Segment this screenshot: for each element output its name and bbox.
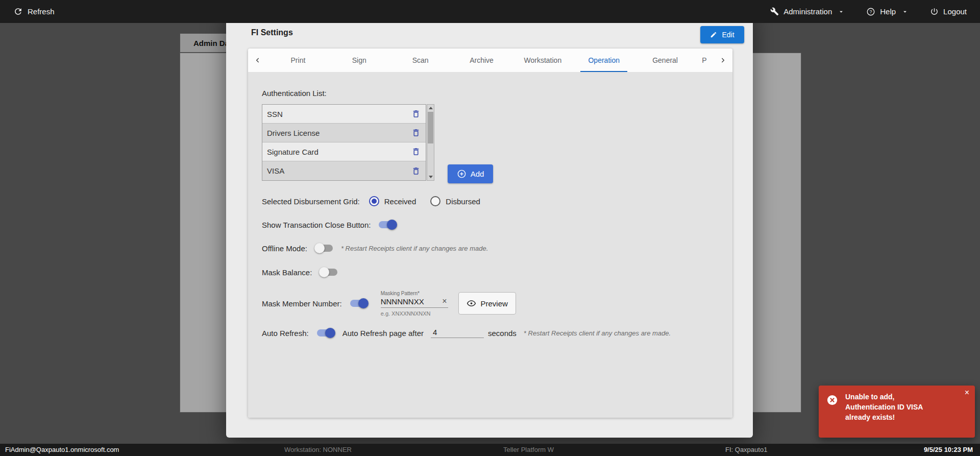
auth-item-label: Signature Card (267, 148, 318, 156)
tab-sign[interactable]: Sign (329, 49, 390, 72)
auto-refresh-toggle[interactable] (316, 328, 335, 338)
error-toast: Unable to add, Authentication ID VISA al… (819, 386, 975, 438)
fi-settings-dialog: FI Settings Edit Print Sign Scan Archive… (226, 8, 753, 438)
status-timestamp: 9/5/25 10:23 PM (924, 446, 973, 453)
chevron-down-icon (901, 8, 909, 15)
power-icon (930, 7, 939, 16)
delete-auth-item-button[interactable] (409, 145, 423, 158)
mask-member-toggle[interactable] (349, 298, 369, 308)
administration-label: Administration (783, 7, 832, 16)
edit-button[interactable]: Edit (700, 26, 744, 43)
tabs-scroll-left-button[interactable] (248, 49, 267, 72)
toast-line: Authentication ID VISA (845, 402, 923, 413)
status-fi: FI: Qaxpauto1 (725, 446, 767, 453)
top-bar-right: Administration ? Help Logout (770, 7, 967, 16)
error-circle-icon (826, 394, 838, 406)
pencil-icon (710, 31, 717, 38)
offline-mode-label: Offline Mode: (262, 244, 307, 253)
refresh-button[interactable]: Refresh (13, 7, 55, 16)
masking-pattern-label: Masking Pattern* (381, 291, 448, 296)
add-button[interactable]: Add (448, 164, 493, 183)
list-item[interactable]: Signature Card (262, 142, 426, 161)
mask-balance-row: Mask Balance: (262, 265, 338, 280)
eye-icon (467, 299, 476, 308)
received-radio[interactable] (369, 196, 379, 206)
delete-auth-item-button[interactable] (409, 126, 423, 139)
authentication-list-label: Authentication List: (262, 89, 327, 98)
scroll-up-button[interactable] (427, 105, 434, 111)
preview-label: Preview (481, 299, 508, 308)
tabs: Print Sign Scan Archive Workstation Oper… (267, 49, 713, 72)
disbursement-row: Selected Disbursement Grid: Received Dis… (262, 194, 480, 209)
close-icon[interactable]: × (965, 388, 969, 397)
settings-tabstrip: Print Sign Scan Archive Workstation Oper… (248, 49, 732, 73)
plus-circle-icon (457, 169, 467, 179)
list-item[interactable]: Drivers License (262, 124, 426, 142)
auto-refresh-seconds-input[interactable] (431, 328, 484, 338)
auth-item-label: SSN (267, 110, 283, 118)
tools-icon (770, 7, 779, 16)
mask-balance-toggle[interactable] (319, 267, 338, 277)
delete-auth-item-button[interactable] (409, 107, 423, 121)
help-label: Help (880, 7, 896, 16)
tab-print[interactable]: Print (267, 49, 329, 72)
refresh-icon (13, 7, 23, 16)
tab-operation[interactable]: Operation (573, 49, 634, 72)
status-workstation: Workstation: NONNER (284, 446, 352, 453)
tab-scan[interactable]: Scan (390, 49, 451, 72)
auth-item-label: VISA (267, 166, 284, 175)
help-icon: ? (866, 7, 875, 16)
settings-card: Print Sign Scan Archive Workstation Oper… (248, 49, 732, 418)
list-scrollbar[interactable] (427, 104, 434, 181)
refresh-label: Refresh (28, 7, 55, 16)
tab-overflow[interactable]: P (696, 49, 713, 72)
toast-message: Unable to add, Authentication ID VISA al… (845, 392, 923, 423)
show-close-toggle[interactable] (378, 220, 397, 230)
dialog-title: FI Settings (251, 28, 293, 37)
logout-button[interactable]: Logout (930, 7, 967, 16)
preview-button[interactable]: Preview (458, 292, 516, 315)
disbursed-label: Disbursed (446, 197, 480, 206)
auto-refresh-prefix: Auto Refresh page after (342, 329, 424, 338)
operation-tab-content: Authentication List: SSN Drivers License… (248, 73, 732, 418)
auto-refresh-label: Auto Refresh: (262, 329, 309, 338)
show-close-row: Show Transaction Close Button: (262, 217, 397, 232)
offline-mode-toggle[interactable] (314, 243, 334, 253)
scrollbar-thumb[interactable] (428, 112, 433, 143)
list-item[interactable]: SSN (262, 105, 426, 124)
status-bar: FiAdmin@Qaxpauto1.onmicrosoft.com Workst… (0, 444, 980, 456)
administration-menu[interactable]: Administration (770, 7, 845, 16)
mask-balance-label: Mask Balance: (262, 268, 312, 277)
authentication-list: SSN Drivers License Signature Card (262, 104, 426, 181)
tab-general[interactable]: General (634, 49, 696, 72)
offline-mode-row: Offline Mode: * Restart Receipts client … (262, 241, 488, 256)
help-menu[interactable]: ? Help (866, 7, 909, 16)
edit-label: Edit (722, 31, 734, 39)
clear-icon[interactable]: × (441, 297, 448, 305)
disbursement-label: Selected Disbursement Grid: (262, 197, 360, 206)
restart-note: * Restart Receipts client if any changes… (341, 245, 488, 252)
auth-item-label: Drivers License (267, 129, 320, 137)
disbursed-radio[interactable] (430, 196, 440, 206)
tab-workstation[interactable]: Workstation (512, 49, 573, 72)
delete-auth-item-button[interactable] (409, 164, 423, 178)
masking-pattern-input[interactable] (381, 297, 432, 306)
scroll-down-button[interactable] (427, 174, 434, 180)
masking-pattern-hint: e.g. XNXXNNXNXN (381, 310, 448, 317)
svg-text:?: ? (870, 9, 872, 14)
show-close-label: Show Transaction Close Button: (262, 221, 371, 229)
toast-line: already exists! (845, 413, 923, 423)
auto-refresh-row: Auto Refresh: Auto Refresh page after se… (262, 325, 671, 341)
received-label: Received (384, 197, 416, 206)
restart-note: * Restart Receipts client if any changes… (524, 329, 671, 337)
tabs-scroll-right-button[interactable] (713, 49, 732, 72)
top-bar: Refresh Administration ? Help Logout (0, 0, 980, 23)
logout-label: Logout (943, 7, 967, 16)
add-label: Add (471, 170, 484, 178)
list-item[interactable]: VISA (262, 161, 426, 180)
toast-line: Unable to add, (845, 392, 923, 402)
mask-member-label: Mask Member Number: (262, 299, 342, 308)
mask-member-row: Mask Member Number: Masking Pattern* × e… (262, 289, 516, 318)
tab-archive[interactable]: Archive (451, 49, 512, 72)
masking-pattern-field: Masking Pattern* × e.g. XNXXNNXNXN (381, 291, 448, 317)
